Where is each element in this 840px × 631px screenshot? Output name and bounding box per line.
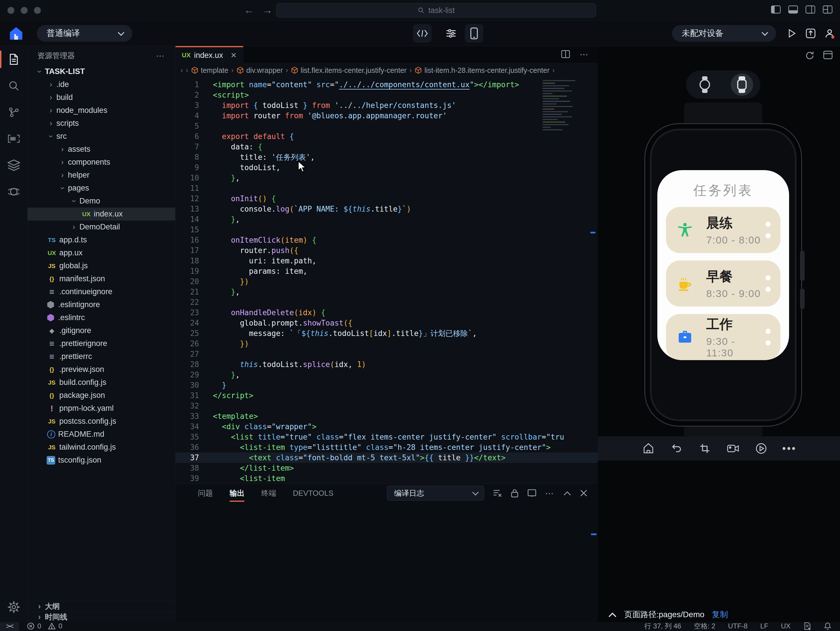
- code-line-19[interactable]: 19 params: item,: [175, 266, 598, 276]
- language-mode[interactable]: UX: [781, 622, 791, 630]
- copy-path-link[interactable]: 复制: [712, 609, 728, 620]
- code-line-14[interactable]: 14 },: [175, 214, 598, 225]
- preview-more-button[interactable]: •••: [783, 443, 796, 454]
- device-preview-button[interactable]: [465, 24, 483, 43]
- close-panel-icon[interactable]: [580, 489, 587, 497]
- code-line-10[interactable]: 10 },: [175, 173, 598, 183]
- tree-item-postcss.config.js[interactable]: JSpostcss.config.js: [28, 415, 175, 428]
- code-line-12[interactable]: 12 onInit() {: [175, 193, 598, 204]
- tree-item-manifest.json[interactable]: {}manifest.json: [28, 272, 175, 285]
- tree-item-package.json[interactable]: {}package.json: [28, 389, 175, 402]
- tree-item-build.config.js[interactable]: JSbuild.config.js: [28, 376, 175, 389]
- maximize-panel-icon[interactable]: [563, 490, 571, 496]
- play-preview-button[interactable]: [755, 443, 768, 454]
- tree-item-node_modules[interactable]: ›node_modules: [28, 104, 175, 117]
- split-editor-icon[interactable]: [561, 50, 570, 58]
- code-line-32[interactable]: 32: [175, 401, 598, 411]
- tree-item-.preview.json[interactable]: {}.preview.json: [28, 363, 175, 376]
- tree-item-src[interactable]: ›src: [28, 130, 175, 143]
- code-line-38[interactable]: 38 </list-item>: [175, 463, 598, 473]
- watch-screen[interactable]: 任务列表 晨练7:00 - 8:00早餐8:30 - 9:00工作9:30 - …: [657, 170, 789, 360]
- outline-section[interactable]: ›大纲: [28, 601, 175, 611]
- tree-item-scripts[interactable]: ›scripts: [28, 117, 175, 130]
- toggle-panel-icon[interactable]: [788, 5, 798, 14]
- open-in-editor-icon[interactable]: [527, 489, 537, 497]
- account-button[interactable]: [822, 26, 837, 41]
- tree-item-tailwind.config.js[interactable]: JStailwind.config.js: [28, 441, 175, 454]
- log-filter-select[interactable]: 编译日志: [387, 486, 484, 501]
- maximize-window-button[interactable]: [34, 7, 41, 14]
- code-line-21[interactable]: 21 },: [175, 287, 598, 297]
- code-line-35[interactable]: 35 <list title="true" class="flex items-…: [175, 432, 598, 442]
- extensions-tab-icon[interactable]: [0, 125, 28, 152]
- tree-item-.prettierrc[interactable]: ≡.prettierrc: [28, 350, 175, 363]
- indentation-setting[interactable]: 空格: 2: [694, 622, 715, 631]
- code-line-3[interactable]: 3 import { todoList } from '../../helper…: [175, 100, 598, 111]
- minimap[interactable]: [543, 80, 584, 147]
- tree-item-helper[interactable]: ›helper: [28, 169, 175, 182]
- notifications-bell-icon[interactable]: [824, 622, 831, 630]
- record-button[interactable]: [726, 444, 740, 453]
- code-line-29[interactable]: 29 },: [175, 370, 598, 380]
- tree-item-tsconfig.json[interactable]: TStsconfig.json: [28, 454, 175, 467]
- code-line-36[interactable]: 36 <list-item type="listtitle" class="h-…: [175, 442, 598, 452]
- tree-item-.gitignore[interactable]: ◆.gitignore: [28, 324, 175, 337]
- code-editor[interactable]: 1<import name="content" src="./../../com…: [175, 77, 598, 484]
- code-line-5[interactable]: 5: [175, 121, 598, 131]
- task-card-早餐[interactable]: 早餐8:30 - 9:00: [666, 261, 780, 307]
- code-line-39[interactable]: 39 <list-item: [175, 473, 598, 484]
- tree-item-assets[interactable]: ›assets: [28, 143, 175, 156]
- code-line-31[interactable]: 31</script>: [175, 391, 598, 401]
- code-line-2[interactable]: 2<script>: [175, 90, 598, 100]
- tree-item-global.js[interactable]: JSglobal.js: [28, 259, 175, 272]
- forward-button[interactable]: →: [262, 4, 273, 16]
- tree-item-.continueignore[interactable]: ≡.continueignore: [28, 285, 175, 298]
- export-button[interactable]: [803, 26, 818, 41]
- code-line-9[interactable]: 9 todoList,: [175, 162, 598, 173]
- task-card-晨练[interactable]: 晨练7:00 - 8:00: [666, 207, 780, 253]
- code-line-8[interactable]: 8 title: '任务列表',: [175, 152, 598, 162]
- toggle-sidebar-icon[interactable]: [771, 5, 781, 14]
- toggle-secondary-sidebar-icon[interactable]: [805, 5, 815, 14]
- tree-item-DemoDetail[interactable]: ›DemoDetail: [28, 220, 175, 234]
- tree-item-pnpm-lock.yaml[interactable]: !pnpm-lock.yaml: [28, 402, 175, 415]
- code-line-18[interactable]: 18 uri: item.path,: [175, 256, 598, 266]
- remote-indicator[interactable]: ><: [0, 621, 19, 631]
- minimize-window-button[interactable]: [21, 7, 28, 14]
- code-line-16[interactable]: 16 onItemClick(item) {: [175, 235, 598, 245]
- encoding-setting[interactable]: UTF-8: [728, 622, 748, 630]
- timeline-section[interactable]: ›时间线: [28, 611, 175, 622]
- code-line-23[interactable]: 23 onHandleDelete(idx) {: [175, 307, 598, 318]
- eol-setting[interactable]: LF: [760, 622, 768, 630]
- tab-index-ux[interactable]: UX index.ux ✕: [175, 46, 243, 63]
- format-document-icon[interactable]: [803, 622, 811, 630]
- tree-item-index.ux[interactable]: UXindex.ux: [28, 207, 175, 220]
- breadcrumb-item-list.flex.items-center.justify-center[interactable]: list.flex.items-center.justify-center: [291, 66, 406, 74]
- tree-item-Demo[interactable]: ›Demo: [28, 195, 175, 207]
- panel-tab-输出[interactable]: 输出: [230, 484, 245, 502]
- drag-handle-icon[interactable]: [766, 329, 771, 345]
- code-view-button[interactable]: [413, 24, 431, 43]
- breadcrumb-scroll-left-icon[interactable]: ‹: [181, 66, 183, 74]
- close-tab-icon[interactable]: ✕: [231, 51, 237, 60]
- source-control-tab-icon[interactable]: [0, 99, 28, 125]
- home-button[interactable]: [642, 443, 655, 454]
- code-line-26[interactable]: 26 }): [175, 338, 598, 349]
- tree-item-pages[interactable]: ›pages: [28, 182, 175, 195]
- debug-tab-icon[interactable]: [0, 179, 28, 205]
- code-line-6[interactable]: 6 export default {: [175, 131, 598, 142]
- tree-item-.prettierignore[interactable]: ≡.prettierignore: [28, 337, 175, 350]
- screenshot-button[interactable]: [698, 443, 711, 454]
- tree-item-app.ux[interactable]: UXapp.ux: [28, 247, 175, 259]
- task-card-工作[interactable]: 工作9:30 - 11:30: [666, 314, 780, 360]
- code-line-33[interactable]: 33<template>: [175, 411, 598, 421]
- square-watch-toggle[interactable]: [731, 73, 753, 96]
- search-input[interactable]: task-list: [276, 3, 596, 17]
- drag-handle-icon[interactable]: [766, 275, 771, 292]
- tree-item-.eslintrc[interactable]: .eslintrc: [28, 311, 175, 324]
- preview-layout-icon[interactable]: [823, 51, 832, 59]
- errors-count[interactable]: 0: [37, 622, 41, 630]
- run-button[interactable]: [784, 26, 799, 41]
- more-actions-icon[interactable]: ⋯: [156, 51, 166, 61]
- code-line-20[interactable]: 20 }): [175, 276, 598, 287]
